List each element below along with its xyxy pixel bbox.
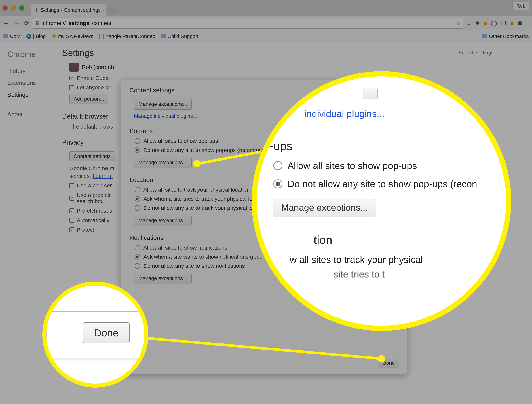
wordpress-icon: W	[26, 34, 31, 39]
popups-block-option[interactable]: Do not allow any site to show pop-ups (r…	[135, 147, 398, 153]
url-scheme: chrome://	[43, 20, 66, 26]
folder-icon	[3, 34, 8, 38]
svg-line-5	[35, 8, 35, 9]
checkbox-icon: ✓	[70, 76, 74, 80]
reload-button[interactable]: ⟳	[24, 19, 29, 27]
bookmark-childsupport[interactable]: Child Support	[161, 33, 199, 39]
folder-icon	[482, 34, 487, 38]
svg-line-7	[35, 11, 35, 12]
nav-settings[interactable]: Settings	[7, 91, 48, 98]
other-bookmarks[interactable]: Other Bookmarks	[482, 33, 529, 39]
new-tab-button[interactable]	[106, 7, 120, 14]
search-settings-input[interactable]	[455, 48, 525, 58]
menu-icon[interactable]: ≡	[526, 19, 529, 27]
nav-history[interactable]: History	[7, 68, 48, 74]
bookmark-com[interactable]: CoM	[3, 33, 21, 39]
location-ask-option[interactable]: Ask when a site tries to track your phys…	[135, 196, 398, 202]
svg-point-0	[36, 9, 38, 11]
manage-plugins-link[interactable]: Manage individual plugins...	[134, 113, 197, 119]
popups-allow-option[interactable]: Allow all sites to show pop-ups	[135, 138, 398, 144]
avatar	[70, 63, 79, 72]
done-button[interactable]: Done	[378, 358, 399, 368]
profile-button[interactable]: Rob	[513, 2, 529, 10]
location-block-option[interactable]: Do not allow any site to track your phys…	[135, 205, 398, 211]
bookmark-zangle[interactable]: Zangle ParentConnec	[99, 33, 155, 39]
manage-exceptions-button[interactable]: Manage exceptions...	[134, 99, 192, 109]
popups-manage-exceptions-button[interactable]: Manage exceptions...	[134, 157, 192, 168]
bookmark-star-icon[interactable]: ☆	[455, 20, 460, 26]
font-size-label: Font size:	[70, 341, 93, 347]
close-window-icon[interactable]	[3, 6, 8, 11]
checkbox-icon: ✓	[70, 85, 74, 90]
notif-manage-exceptions-button[interactable]: Manage exceptions...	[134, 273, 192, 284]
star-icon: ✺	[52, 33, 56, 39]
url-path: /content	[92, 20, 111, 26]
profile-row[interactable]: Rob (current)	[70, 63, 525, 72]
location-allow-option[interactable]: Allow all sites to track your physical l…	[135, 187, 398, 193]
location-heading: Location	[130, 176, 398, 183]
bookmark-jblog[interactable]: Wj Blog	[26, 33, 46, 39]
minimize-window-icon[interactable]	[11, 6, 16, 11]
nav-about[interactable]: About	[7, 111, 48, 118]
ghost-icon[interactable]: ☗	[518, 20, 522, 26]
notif-allow-option[interactable]: Allow all sites to show notifications	[135, 245, 398, 251]
address-bar[interactable]: 🗎 chrome://settings/content ☆	[32, 18, 463, 29]
notif-ask-option[interactable]: Ask when a site wants to show notificati…	[135, 254, 398, 260]
content-settings-modal: Content settings Manage exceptions... Ma…	[121, 79, 407, 374]
evernote-icon[interactable]: ❇	[475, 20, 480, 26]
window-controls	[3, 6, 25, 11]
modal-title: Content settings	[130, 87, 398, 94]
radio-icon	[135, 138, 140, 144]
circle-icon[interactable]: ◯	[491, 20, 497, 26]
forward-button[interactable]: →	[13, 19, 20, 27]
zoom-window-icon[interactable]	[19, 6, 25, 11]
nav-extensions[interactable]: Extensions	[7, 79, 48, 86]
tab-title: Settings - Content settings	[41, 7, 101, 13]
pocket-icon[interactable]: ⌄	[467, 20, 471, 26]
popups-heading: Pop-ups	[130, 128, 398, 135]
content-settings-button[interactable]: Content settings	[70, 151, 115, 161]
url-host: settings	[68, 20, 89, 26]
notif-block-option[interactable]: Do not allow any site to show notificati…	[135, 263, 398, 269]
svg-line-6	[38, 11, 38, 12]
location-manage-exceptions-button[interactable]: Manage exceptions...	[134, 215, 192, 226]
notifications-heading: Notifications	[130, 234, 398, 241]
browser-toolbar: ← → ⟳ 🗎 chrome://settings/content ☆ ⌄ ❇ …	[0, 16, 532, 30]
window-titlebar: Settings - Content settings × Rob	[0, 0, 532, 16]
folder-icon	[161, 34, 166, 38]
extension-icons: ⌄ ❇ a ◯ ☐ ∎ ☗	[467, 20, 522, 26]
bookmark-sa[interactable]: ✺my SA Reviews	[52, 33, 93, 39]
cast-icon[interactable]: ☐	[501, 20, 506, 26]
chrome-brand: Chrome	[7, 50, 48, 59]
page-title: Settings	[62, 48, 94, 58]
close-tab-icon[interactable]: ×	[101, 7, 104, 13]
svg-line-8	[38, 8, 38, 9]
bookmarks-bar: CoM Wj Blog ✺my SA Reviews Zangle Parent…	[0, 30, 532, 42]
learn-more-link[interactable]: Learn m	[93, 173, 113, 179]
back-button[interactable]: ←	[3, 19, 10, 27]
add-person-button[interactable]: Add person...	[70, 94, 108, 104]
amazon-icon[interactable]: a	[484, 20, 487, 26]
browser-tab[interactable]: Settings - Content settings ×	[31, 4, 106, 16]
gear-icon	[34, 8, 39, 13]
radio-icon	[135, 147, 140, 153]
page-icon	[99, 34, 104, 39]
onepassword-icon[interactable]: ∎	[510, 20, 513, 26]
page-icon: 🗎	[35, 20, 40, 26]
settings-left-nav: Chrome History Extensions Settings About	[0, 42, 55, 404]
